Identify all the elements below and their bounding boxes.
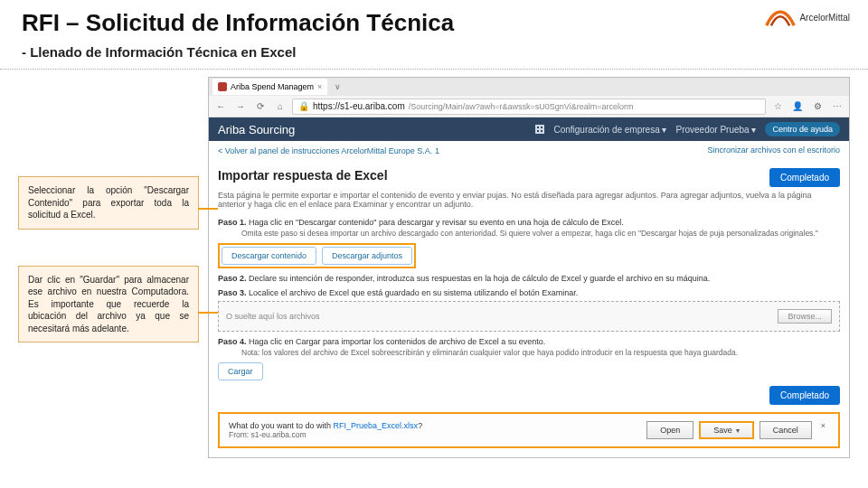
download-open-button[interactable]: Open	[646, 421, 693, 439]
url-host: https://s1-eu.ariba.com	[313, 101, 405, 111]
completed-button-top[interactable]: Completado	[769, 168, 840, 187]
page-intro-text: Esta página le permite exportar e import…	[218, 187, 840, 212]
tab-favicon-icon	[218, 82, 227, 91]
logo-text: ArcelorMittal	[799, 13, 850, 23]
step-3: Paso 3. Localice el archivo de Excel que…	[218, 288, 840, 297]
slide-subtitle: - Llenado de Información Técnica en Exce…	[0, 41, 868, 70]
file-dropzone[interactable]: O suelte aquí los archivos Browse...	[218, 301, 840, 332]
tab-close-icon[interactable]: ×	[317, 82, 322, 91]
new-tab-button[interactable]: ∨	[331, 82, 344, 91]
browser-address-bar: ← → ⟳ ⌂ 🔒 https://s1-eu.ariba.com /Sourc…	[209, 96, 849, 117]
url-path: /Sourcing/Main/aw?awh=r&awssk=sU0SgnVi&r…	[409, 102, 634, 111]
app-grid-icon[interactable]	[535, 125, 544, 134]
chevron-down-icon: ▾	[736, 427, 740, 435]
step-2: Paso 2. Declare su intención de responde…	[218, 274, 840, 283]
browser-tabbar: Ariba Spend Managem × ∨	[209, 78, 849, 96]
download-content-button[interactable]: Descargar contenido	[222, 247, 316, 265]
user-menu-icon[interactable]: 👤	[789, 99, 806, 115]
step-2-text: Declare su intención de responder, intro…	[249, 274, 710, 283]
download-question: What do you want to do with	[229, 421, 334, 430]
browser-tab[interactable]: Ariba Spend Managem ×	[212, 79, 327, 95]
sync-files-link[interactable]: Sincronizar archivos con el escritorio	[707, 146, 840, 155]
page-title: Importar respuesta de Excel	[218, 168, 388, 183]
download-source: From: s1-eu.ariba.com	[229, 430, 422, 439]
step-1-text: Haga clic en "Descargar contenido" para …	[249, 218, 624, 227]
provider-dropdown[interactable]: Proveedor Prueba ▾	[676, 125, 757, 135]
help-center-link[interactable]: Centro de ayuda	[765, 122, 840, 136]
step-4: Paso 4. Haga clic en Cargar para importa…	[218, 337, 840, 346]
nav-home-icon[interactable]: ⌂	[272, 99, 288, 115]
more-menu-icon[interactable]: ⋯	[829, 99, 845, 115]
company-config-dropdown[interactable]: Configuración de empresa ▾	[553, 125, 666, 135]
nav-forward-icon[interactable]: →	[232, 99, 249, 115]
download-save-button[interactable]: Save ▾	[699, 421, 754, 439]
ariba-brand: Ariba Sourcing	[218, 123, 295, 136]
arcelormittal-logo-icon	[765, 7, 796, 27]
download-filename: RFI_Prueba_Excel.xlsx	[334, 421, 419, 430]
step-2-label: Paso 2.	[218, 274, 247, 283]
callout-save-file: Dar clic en "Guardar" para almacenar ese…	[18, 266, 199, 343]
download-buttons-highlight: Descargar contenido Descargar adjuntos	[218, 243, 416, 268]
ariba-header: Ariba Sourcing Configuración de empresa …	[209, 117, 849, 141]
step-1: Paso 1. Haga clic en "Descargar contenid…	[218, 218, 840, 227]
upload-button[interactable]: Cargar	[218, 362, 263, 380]
download-cancel-button[interactable]: Cancel	[760, 421, 812, 439]
download-notification-bar: What do you want to do with RFI_Prueba_E…	[218, 412, 840, 448]
slide-title: RFI – Solicitud de Información Técnica	[0, 0, 868, 41]
callout-download-content: Seleccionar la opción "Descargar Conteni…	[18, 176, 199, 230]
step-4-text: Haga clic en Cargar para importar los co…	[249, 337, 545, 346]
tab-title: Ariba Spend Managem	[231, 82, 314, 91]
step-1-note: Omita este paso si desea importar un arc…	[218, 229, 840, 238]
download-close-icon[interactable]: ×	[817, 421, 829, 439]
step-1-label: Paso 1.	[218, 218, 247, 227]
download-save-label: Save	[713, 426, 732, 435]
favorite-star-icon[interactable]: ☆	[769, 99, 786, 115]
step-3-text: Localice el archivo de Excel que está gu…	[249, 288, 578, 297]
download-attachments-button[interactable]: Descargar adjuntos	[322, 247, 412, 265]
step-4-note: Nota: los valores del archivo de Excel s…	[218, 348, 840, 357]
browse-button[interactable]: Browse...	[778, 309, 832, 324]
step-3-label: Paso 3.	[218, 288, 247, 297]
step-4-label: Paso 4.	[218, 337, 247, 346]
settings-gear-icon[interactable]: ⚙	[809, 99, 826, 115]
browser-window: Ariba Spend Managem × ∨ ← → ⟳ ⌂ 🔒 https:…	[208, 77, 850, 458]
nav-reload-icon[interactable]: ⟳	[252, 99, 269, 115]
url-field[interactable]: 🔒 https://s1-eu.ariba.com /Sourcing/Main…	[292, 99, 766, 115]
company-logo: ArcelorMittal	[765, 7, 850, 27]
completed-button-bottom[interactable]: Completado	[769, 386, 840, 405]
nav-back-icon[interactable]: ←	[212, 99, 229, 115]
lock-icon: 🔒	[298, 101, 309, 111]
dropzone-text: O suelte aquí los archivos	[226, 312, 320, 321]
ariba-page-body: < Volver al panel de instrucciones Arcel…	[209, 141, 849, 457]
